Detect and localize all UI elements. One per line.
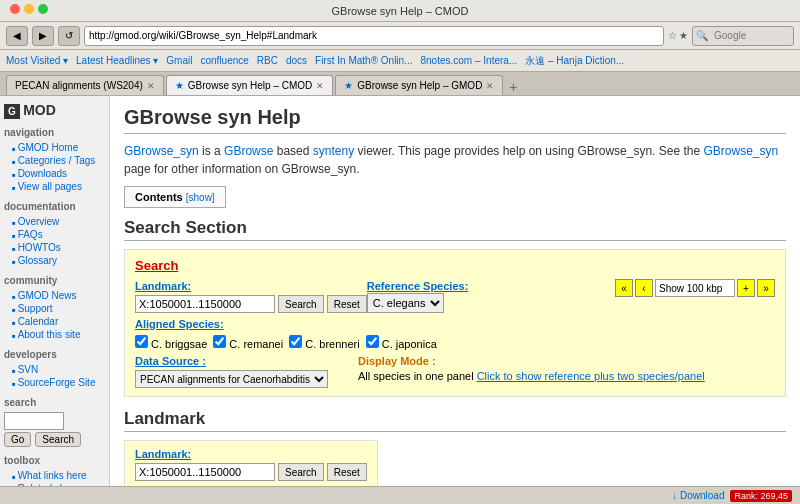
- sidebar-item-overview[interactable]: Overview: [4, 215, 105, 228]
- bookmark-hanja[interactable]: 永遠 – Hanja Diction...: [525, 54, 624, 68]
- species-remanei-check[interactable]: [213, 335, 226, 348]
- sidebar-item-gmod-home[interactable]: GMOD Home: [4, 141, 105, 154]
- sidebar-section-search-title: search: [4, 397, 105, 408]
- landmark-label[interactable]: Landmark:: [135, 280, 191, 292]
- sidebar-go-button[interactable]: Go: [4, 432, 31, 447]
- sidebar-item-all-pages[interactable]: View all pages: [4, 180, 105, 193]
- bookmark-confluence[interactable]: confluence: [200, 55, 248, 66]
- traffic-lights: [10, 4, 48, 14]
- close-button[interactable]: [10, 4, 20, 14]
- intro-link-gbrowse-syn2[interactable]: GBrowse_syn: [703, 144, 778, 158]
- bookmark-latest-headlines[interactable]: Latest Headlines ▾: [76, 55, 158, 66]
- sidebar-section-community-title: community: [4, 275, 105, 286]
- tab-gbrowse-cmod-close[interactable]: ✕: [316, 81, 324, 91]
- article-content: GBrowse syn Help GBrowse_syn is a GBrows…: [110, 96, 800, 486]
- url-bar[interactable]: [84, 26, 664, 46]
- logo-text: MOD: [23, 102, 56, 118]
- intro-text: GBrowse_syn is a GBrowse based synteny v…: [124, 142, 786, 178]
- intro-link-gbrowse-syn[interactable]: GBrowse_syn: [124, 144, 199, 158]
- gmod-logo: G MOD: [4, 102, 105, 119]
- contents-title: Contents: [135, 191, 183, 203]
- back-button[interactable]: ◀: [6, 26, 28, 46]
- browser-frame: GBrowse syn Help – CMOD ◀ ▶ ↺ ☆ ★ 🔍 Most…: [0, 0, 800, 504]
- sidebar-search-box: Go Search: [4, 412, 105, 447]
- left-arrow[interactable]: ‹: [635, 279, 653, 297]
- ref-species-label: Reference Species:: [367, 280, 469, 292]
- tab-pecan-label: PECAN alignments (WS204): [15, 80, 143, 91]
- sidebar-item-about[interactable]: About this site: [4, 328, 105, 341]
- species-japonica-check[interactable]: [366, 335, 379, 348]
- reload-button[interactable]: ↺: [58, 26, 80, 46]
- sidebar-section-developers: developers SVN SourceForge Site: [4, 349, 105, 389]
- search-panel-title: Search: [135, 258, 775, 273]
- species-remanei-label[interactable]: C. remanei: [213, 335, 283, 350]
- species-brenneri-check[interactable]: [289, 335, 302, 348]
- search-section-title: Search Section: [124, 218, 786, 241]
- sidebar-section-dev-title: developers: [4, 349, 105, 360]
- bookmark-rbc[interactable]: RBC: [257, 55, 278, 66]
- rank-badge: Rank: 269,45: [730, 490, 792, 502]
- tab-gbrowse-gmod-close[interactable]: ✕: [486, 81, 494, 91]
- sidebar-item-svn[interactable]: SVN: [4, 363, 105, 376]
- bookmark-gmail[interactable]: Gmail: [166, 55, 192, 66]
- sidebar-item-downloads[interactable]: Downloads: [4, 167, 105, 180]
- contents-show-link[interactable]: [show]: [186, 192, 215, 203]
- forward-button[interactable]: ▶: [32, 26, 54, 46]
- bookmark-most-visited[interactable]: Most Visited ▾: [6, 55, 68, 66]
- intro-link-synteny[interactable]: synteny: [313, 144, 354, 158]
- landmark-input[interactable]: [135, 295, 275, 313]
- sidebar-item-howtos[interactable]: HOWTOs: [4, 241, 105, 254]
- sidebar-item-calendar[interactable]: Calendar: [4, 315, 105, 328]
- sidebar-section-toolbox-title: toolbox: [4, 455, 105, 466]
- landmark-reset-button[interactable]: Reset: [327, 463, 367, 481]
- sidebar-item-support[interactable]: Support: [4, 302, 105, 315]
- landmark-panel-wrapper: Landmark: Search Reset: [124, 440, 786, 486]
- sidebar-item-categories[interactable]: Categories / Tags: [4, 154, 105, 167]
- tab-pecan-close[interactable]: ✕: [147, 81, 155, 91]
- landmark-search-button[interactable]: Search: [278, 463, 324, 481]
- data-source-select[interactable]: PECAN alignments for Caenorhabditis: [135, 370, 328, 388]
- right-arrow[interactable]: +: [737, 279, 755, 297]
- bookmark-docs[interactable]: docs: [286, 55, 307, 66]
- bookmark-firstinmath[interactable]: First In Math® Onlin...: [315, 55, 412, 66]
- kbp-input[interactable]: [655, 279, 735, 297]
- sidebar-item-glossary[interactable]: Glossary: [4, 254, 105, 267]
- sidebar-item-sourceforge[interactable]: SourceForge Site: [4, 376, 105, 389]
- new-tab-button[interactable]: +: [509, 79, 517, 95]
- title-bar: GBrowse syn Help – CMOD: [0, 0, 800, 22]
- landmark-section-title: Landmark: [124, 409, 786, 432]
- species-briggsae-label[interactable]: C. briggsae: [135, 335, 207, 350]
- sidebar-section-search: search Go Search: [4, 397, 105, 447]
- tab-pecan[interactable]: PECAN alignments (WS204) ✕: [6, 75, 164, 95]
- intro-link-gbrowse[interactable]: GBrowse: [224, 144, 273, 158]
- minimize-button[interactable]: [24, 4, 34, 14]
- toolbox-what-links[interactable]: What links here: [4, 469, 105, 482]
- landmark-panel-label: Landmark:: [135, 448, 191, 460]
- sidebar-item-gmod-news[interactable]: GMOD News: [4, 289, 105, 302]
- display-mode-link[interactable]: Click to show reference plus two species…: [477, 370, 705, 382]
- tab-gbrowse-gmod[interactable]: ★ GBrowse syn Help – GMOD ✕: [335, 75, 503, 95]
- sidebar-search-button[interactable]: Search: [35, 432, 81, 447]
- bookmark-icon: ★: [679, 30, 688, 41]
- tabs-bar: PECAN alignments (WS204) ✕ ★ GBrowse syn…: [0, 72, 800, 96]
- species-brenneri-label[interactable]: C. brenneri: [289, 335, 359, 350]
- bookmark-8notes[interactable]: 8notes.com – Intera...: [421, 55, 518, 66]
- tab-gbrowse-cmod[interactable]: ★ GBrowse syn Help – CMOD ✕: [166, 75, 333, 95]
- navigation-arrows: « ‹ + »: [615, 279, 775, 297]
- right-right-arrow[interactable]: »: [757, 279, 775, 297]
- contents-box: Contents [show]: [124, 186, 226, 208]
- species-briggsae-check[interactable]: [135, 335, 148, 348]
- species-japonica-label[interactable]: C. japonica: [366, 335, 437, 350]
- sidebar-section-documentation: documentation Overview FAQs HOWTOs Gloss…: [4, 201, 105, 267]
- sidebar-search-input[interactable]: [4, 412, 64, 430]
- species-checkboxes: C. briggsae C. remanei C. brenneri C. ja…: [135, 335, 775, 350]
- reset-button[interactable]: Reset: [327, 295, 367, 313]
- browser-search-input[interactable]: [710, 26, 790, 46]
- maximize-button[interactable]: [38, 4, 48, 14]
- left-left-arrow[interactable]: «: [615, 279, 633, 297]
- sidebar: G MOD navigation GMOD Home Categories / …: [0, 96, 110, 486]
- landmark-panel-input[interactable]: [135, 463, 275, 481]
- search-button[interactable]: Search: [278, 295, 324, 313]
- sidebar-item-faqs[interactable]: FAQs: [4, 228, 105, 241]
- ref-species-select[interactable]: C. elegans: [367, 293, 444, 313]
